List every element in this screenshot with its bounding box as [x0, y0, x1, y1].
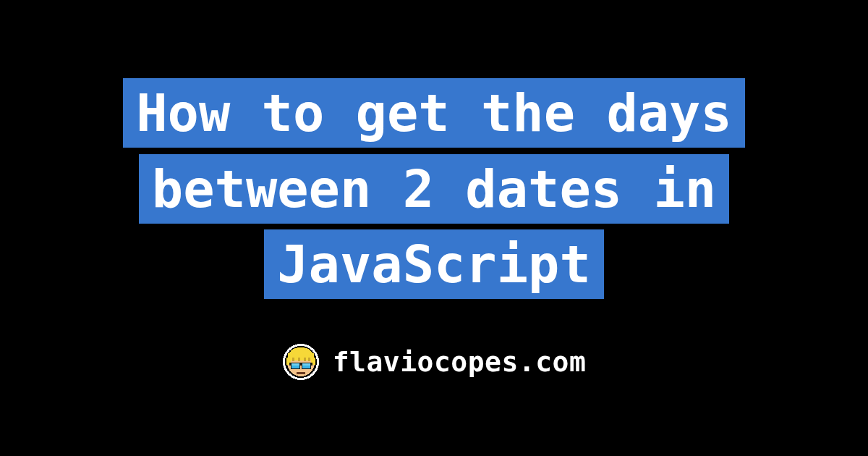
- svg-rect-16: [302, 363, 310, 366]
- footer: flaviocopes.com: [282, 343, 587, 381]
- svg-rect-13: [292, 363, 299, 366]
- svg-rect-7: [298, 358, 300, 361]
- svg-rect-6: [292, 358, 294, 361]
- title-text: How to get the days between 2 dates in J…: [123, 78, 745, 299]
- page-title: How to get the days between 2 dates in J…: [65, 75, 803, 302]
- site-label: flaviocopes.com: [333, 346, 587, 378]
- svg-rect-8: [304, 358, 306, 361]
- avatar-icon: [282, 343, 320, 381]
- svg-rect-9: [308, 358, 310, 361]
- svg-rect-17: [297, 372, 305, 374]
